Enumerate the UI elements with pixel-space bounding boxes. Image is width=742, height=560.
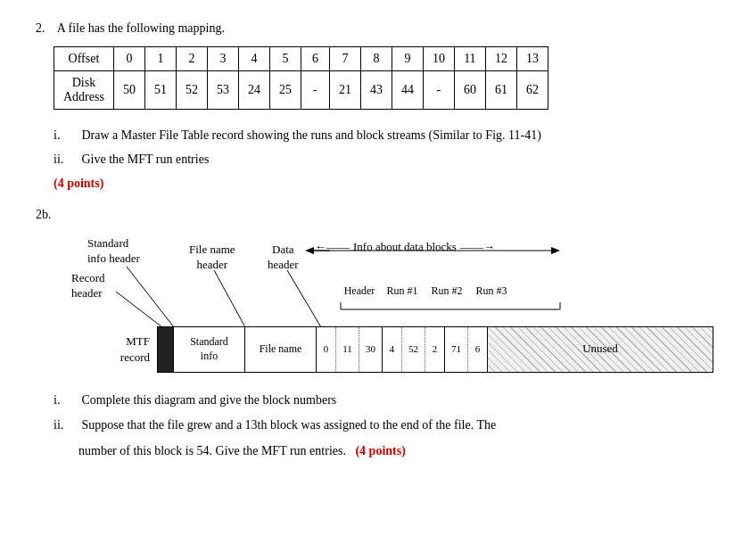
cell-d6: 6 — [468, 327, 488, 372]
roman-bi: i. — [54, 389, 78, 413]
cell-standard-info: Standardinfo — [174, 327, 245, 372]
sub-q-ai: i. Draw a Master File Table record showi… — [54, 124, 706, 146]
table-val-1: 51 — [144, 71, 176, 110]
table-col-3: 3 — [207, 47, 238, 71]
table-val-8: 43 — [360, 71, 392, 110]
label-filename-header: File nameheader — [189, 242, 235, 273]
label-info-arrow: ←—— Info about data blocks ——→ — [315, 240, 495, 254]
cell-d0: 0 — [317, 327, 336, 372]
labels-area: Standardinfo header File nameheader Data… — [71, 231, 713, 334]
question-number: 2. A file has the following mapping. — [36, 21, 706, 36]
table-val-0: 50 — [113, 71, 144, 110]
table-col-12: 12 — [485, 47, 516, 71]
label-run3: Run #3 — [469, 284, 514, 298]
label-record-header: Recordheader — [71, 270, 105, 301]
mft-record-row: MTFrecord Standardinfo File name 0 11 30… — [71, 326, 713, 373]
table-col-0: 0 — [113, 47, 144, 71]
label-header: Header — [339, 284, 380, 298]
question-num-text: 2. — [36, 21, 45, 35]
roman-i: i. — [54, 124, 78, 146]
roman-bii: ii. — [54, 414, 78, 438]
cell-d11: 11 — [336, 327, 359, 372]
table-col-8: 8 — [360, 47, 392, 71]
cell-record-header — [158, 327, 174, 372]
table-val-11: 60 — [454, 71, 485, 110]
label-mtf-record: MTFrecord — [71, 334, 157, 365]
table-col-1: 1 — [144, 47, 176, 71]
cell-d4: 4 — [383, 327, 402, 372]
mapping-table: Offset 0 1 2 3 4 5 6 7 8 9 10 11 12 13 D… — [54, 46, 548, 110]
table-val-9: 44 — [392, 71, 423, 110]
table-col-13: 13 — [516, 47, 548, 71]
table-col-11: 11 — [454, 47, 485, 71]
sub-q-bi: i. Complete this diagram and give the bl… — [54, 389, 706, 413]
cell-unused: Unused — [488, 327, 713, 372]
sub-questions-b: i. Complete this diagram and give the bl… — [54, 389, 706, 464]
table-col-6: 6 — [301, 47, 329, 71]
roman-ii: ii. — [54, 148, 78, 170]
diagram-wrapper: Standardinfo header File nameheader Data… — [71, 231, 713, 373]
part-b-label: 2b. — [36, 208, 706, 222]
mft-diagram-container: Standardinfo header File nameheader Data… — [71, 231, 713, 373]
points-b: (4 points) — [355, 444, 405, 457]
table-offset-label: Offset — [54, 47, 114, 71]
sub-q-bii-cont: number of this block is 54. Give the MFT… — [54, 440, 706, 464]
table-disk-label: DiskAddress — [54, 71, 114, 110]
mft-record-bar: Standardinfo File name 0 11 30 4 52 2 71… — [157, 326, 713, 373]
table-val-13: 62 — [516, 71, 548, 110]
table-col-2: 2 — [176, 47, 207, 71]
table-col-7: 7 — [329, 47, 360, 71]
table-col-4: 4 — [238, 47, 269, 71]
table-val-4: 24 — [238, 71, 269, 110]
table-col-9: 9 — [392, 47, 423, 71]
label-run2: Run #2 — [425, 284, 469, 298]
question-text: A file has the following mapping. — [57, 21, 225, 35]
sub-questions-a: i. Draw a Master File Table record showi… — [54, 124, 706, 195]
cell-d71: 71 — [445, 327, 468, 372]
table-val-6: - — [301, 71, 329, 110]
cell-d52: 52 — [402, 327, 425, 372]
points-a: (4 points) — [54, 172, 706, 194]
table-val-10: - — [423, 71, 454, 110]
table-val-3: 53 — [207, 71, 238, 110]
table-val-5: 25 — [269, 71, 301, 110]
cell-filename: File name — [245, 327, 317, 372]
sub-q-bii: ii. Suppose that the file grew and a 13t… — [54, 414, 706, 438]
table-col-10: 10 — [423, 47, 454, 71]
sub-q-aii: ii. Give the MFT run entries — [54, 148, 706, 170]
label-standard-info-header: Standardinfo header — [87, 235, 140, 267]
label-run1: Run #1 — [380, 284, 425, 298]
run-labels-row: Header Run #1 Run #2 Run #3 — [339, 284, 514, 298]
table-val-12: 61 — [485, 71, 516, 110]
table-col-5: 5 — [269, 47, 301, 71]
table-val-2: 52 — [176, 71, 207, 110]
label-data-header: Dataheader — [268, 242, 299, 273]
cell-d2: 2 — [425, 327, 445, 372]
table-val-7: 21 — [329, 71, 360, 110]
cell-d30: 30 — [359, 327, 383, 372]
